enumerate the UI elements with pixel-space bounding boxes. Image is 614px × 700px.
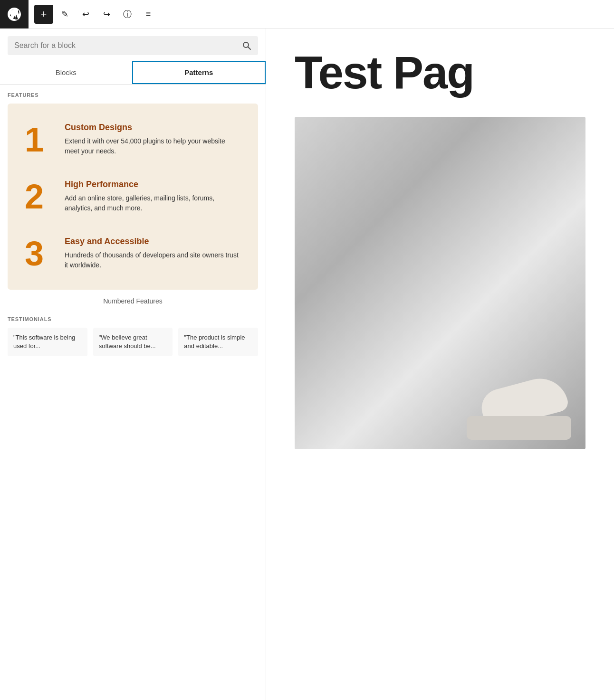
svg-line-1 — [248, 47, 251, 50]
menu-button[interactable]: ≡ — [139, 5, 158, 24]
tab-blocks[interactable]: Blocks — [0, 61, 132, 84]
feature-title-1: Custom Designs — [65, 123, 241, 132]
canvas-image — [295, 117, 585, 449]
canvas-image-inner — [295, 117, 585, 449]
search-bar — [8, 36, 258, 55]
features-section: FEATURES 1 Custom Designs Extend it with… — [8, 92, 258, 305]
right-canvas: Test Pag — [266, 28, 614, 700]
undo-button[interactable]: ↩ — [76, 5, 95, 24]
feature-desc-2: Add an online store, galleries, mailing … — [65, 193, 241, 213]
feature-title-3: Easy and Accessible — [65, 236, 241, 246]
testimonial-card-1[interactable]: "This software is being used for... — [8, 328, 87, 356]
feature-title-2: High Performance — [65, 180, 241, 189]
search-icon — [242, 41, 251, 50]
wordpress-icon — [7, 7, 22, 22]
feature-desc-3: Hundreds of thousands of developers and … — [65, 250, 241, 270]
feature-number-2: 2 — [25, 180, 53, 214]
search-input[interactable] — [14, 41, 238, 50]
feature-content-2: High Performance Add an online store, ga… — [65, 180, 241, 213]
testimonial-card-2[interactable]: "We believe great software should be... — [93, 328, 173, 356]
feature-content-3: Easy and Accessible Hundreds of thousand… — [65, 236, 241, 270]
tabs: Blocks Patterns — [0, 61, 266, 85]
pattern-caption: Numbered Features — [8, 297, 258, 305]
feature-item-2: 2 High Performance Add an online store, … — [25, 180, 241, 214]
edit-button[interactable]: ✎ — [55, 5, 74, 24]
feature-content-1: Custom Designs Extend it with over 54,00… — [65, 123, 241, 156]
redo-button[interactable]: ↪ — [97, 5, 116, 24]
testimonial-card-3[interactable]: "The product is simple and editable... — [178, 328, 258, 356]
wp-logo — [0, 0, 29, 28]
feature-number-1: 1 — [25, 123, 53, 157]
page-title: Test Pag — [295, 47, 585, 98]
feature-number-3: 3 — [25, 236, 53, 271]
testimonials-section-label: TESTIMONIALS — [8, 316, 258, 322]
tab-patterns[interactable]: Patterns — [132, 61, 266, 84]
toolbar: + ✎ ↩ ↪ ⓘ ≡ — [0, 0, 614, 28]
features-pattern-card[interactable]: 1 Custom Designs Extend it with over 54,… — [8, 104, 258, 290]
feature-desc-1: Extend it with over 54,000 plugins to he… — [65, 136, 241, 156]
main-layout: Blocks Patterns FEATURES 1 Custom Design… — [0, 28, 614, 700]
left-panel: Blocks Patterns FEATURES 1 Custom Design… — [0, 28, 266, 700]
search-bar-wrap — [0, 28, 266, 55]
info-button[interactable]: ⓘ — [118, 5, 137, 24]
feature-item-1: 1 Custom Designs Extend it with over 54,… — [25, 123, 241, 157]
features-section-label: FEATURES — [8, 92, 258, 98]
testimonials-row: "This software is being used for... "We … — [8, 328, 258, 356]
toolbar-buttons: + ✎ ↩ ↪ ⓘ ≡ — [29, 5, 163, 24]
panel-content: FEATURES 1 Custom Designs Extend it with… — [0, 85, 266, 700]
add-block-button[interactable]: + — [34, 5, 53, 24]
feature-item-3: 3 Easy and Accessible Hundreds of thousa… — [25, 236, 241, 271]
testimonials-section: TESTIMONIALS "This software is being use… — [8, 316, 258, 356]
